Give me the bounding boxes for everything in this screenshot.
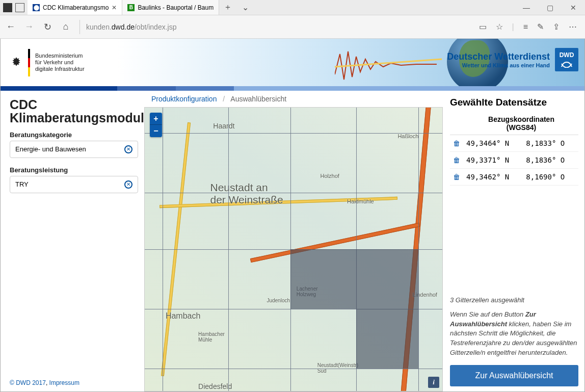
- url-prefix: kunden.: [86, 23, 112, 31]
- grid-cell-selected[interactable]: [356, 309, 419, 369]
- more-icon[interactable]: ⋯: [569, 22, 577, 32]
- favicon-cdc-icon: ⬤: [33, 4, 40, 11]
- trash-icon[interactable]: 🗑: [452, 173, 460, 181]
- reading-list-icon[interactable]: ≡: [523, 22, 528, 32]
- close-tab-icon[interactable]: ✕: [112, 4, 117, 11]
- map-label-hassloch: Haßloch: [397, 133, 418, 139]
- tab-title: CDC Klimaberatungsmo: [43, 4, 109, 11]
- footer-copyright-link[interactable]: © DWD 2017: [10, 379, 46, 386]
- app-icon-1: [3, 3, 12, 12]
- svg-line-0: [335, 59, 442, 67]
- map-label-hambacher: HambacherMühle: [198, 331, 225, 343]
- map-label-hambach: Hambach: [166, 311, 200, 321]
- page-content: Bundesministerium für Verkehr und digita…: [0, 39, 585, 392]
- datasets-heading: Gewählte Datensätze: [450, 97, 578, 108]
- zoom-in-button[interactable]: +: [150, 113, 162, 125]
- coord-lon: 8,1836° O: [524, 152, 578, 169]
- grid-cell-selected[interactable]: [356, 249, 419, 309]
- dwd-logo-icon: DWD: [555, 48, 578, 71]
- table-row: 🗑 49,3371° N 8,1836° O: [450, 152, 578, 169]
- browser-tab-cdc[interactable]: ⬤ CDC Klimaberatungsmo ✕: [28, 0, 122, 15]
- map[interactable]: Neustadt an der Weinstraße Haardt Holzho…: [144, 107, 443, 391]
- coord-lat: 49,3464° N: [464, 135, 524, 152]
- app-icon-2: [15, 3, 24, 12]
- new-tab-button[interactable]: ＋: [219, 0, 236, 15]
- nav-home-icon[interactable]: ⌂: [60, 21, 71, 33]
- select-beratungsleistung[interactable]: TRY ✕: [10, 176, 138, 193]
- window-minimize-icon[interactable]: —: [515, 0, 538, 15]
- clear-selection-icon[interactable]: ✕: [124, 180, 132, 189]
- browser-titlebar: ⬤ CDC Klimaberatungsmo ✕ B Baulinks - Ba…: [0, 0, 585, 15]
- favicon-bl-icon: B: [127, 4, 135, 11]
- tab-title: Baulinks - Bauportal / Baum: [138, 4, 214, 11]
- os-tray: [0, 0, 28, 15]
- footer: © DWD 2017, Impressum: [10, 379, 79, 386]
- browser-tab-baulinks[interactable]: B Baulinks - Bauportal / Baum: [122, 0, 219, 15]
- selection-status: 3 Gitterzellen ausgewählt: [450, 220, 578, 304]
- url-path: /obt/index.jsp: [135, 23, 177, 31]
- app-title: CDC Klimaberatungsmodul: [10, 98, 138, 125]
- map-info-button[interactable]: i: [428, 377, 439, 388]
- share-icon[interactable]: ⇪: [553, 22, 560, 32]
- footer-impressum-link[interactable]: Impressum: [49, 379, 79, 386]
- clear-selection-icon[interactable]: ✕: [124, 145, 132, 153]
- select-value: TRY: [15, 180, 29, 188]
- url-field[interactable]: kunden.dwd.de/obt/index.jsp: [79, 20, 471, 34]
- trash-icon[interactable]: 🗑: [452, 139, 460, 147]
- grid-cell-selected[interactable]: [290, 249, 356, 309]
- datasets-panel: Gewählte Datensätze Bezugskoordinaten (W…: [443, 91, 584, 391]
- breadcrumb-auswahluebersicht: Auswahlübersicht: [230, 95, 286, 103]
- map-label-haardt: Haardt: [213, 122, 234, 130]
- table-row: 🗑 49,3464° N 8,1833° O: [450, 135, 578, 152]
- coord-lat: 49,3371° N: [464, 152, 524, 169]
- field-label-leistung: Beratungsleistung: [10, 166, 138, 174]
- accent-bar: [1, 86, 584, 91]
- ministry-name: Bundesministerium für Verkehr und digita…: [35, 53, 85, 73]
- breadcrumb: Produktkonfiguration / Auswahlübersicht: [143, 91, 443, 107]
- coord-lat: 49,3462° N: [464, 169, 524, 186]
- select-beratungskategorie[interactable]: Energie- und Bauwesen ✕: [10, 141, 138, 158]
- coord-lon: 8,1833° O: [524, 135, 578, 152]
- sidebar: CDC Klimaberatungsmodul Beratungskategor…: [1, 91, 143, 391]
- map-label-haidmuhle: Haidmühle: [347, 198, 374, 204]
- coord-lon: 8,1690° O: [524, 169, 578, 186]
- annotate-icon[interactable]: ✎: [537, 22, 544, 32]
- germany-flag-icon: [28, 49, 30, 76]
- nav-forward-icon[interactable]: →: [23, 21, 35, 33]
- window-close-icon[interactable]: ✕: [562, 0, 585, 15]
- reading-view-icon[interactable]: ▭: [479, 22, 487, 32]
- zoom-out-button[interactable]: −: [150, 125, 162, 137]
- map-label-diedesfeld: Diedesfeld: [198, 382, 232, 390]
- main-column: Produktkonfiguration / Auswahlübersicht …: [143, 91, 443, 391]
- tab-overflow-icon[interactable]: ⌄: [236, 0, 254, 15]
- climate-graph-icon: [335, 44, 447, 85]
- eagle-icon: [10, 56, 23, 69]
- select-value: Energie- und Bauwesen: [15, 145, 86, 153]
- table-row: 🗑 49,3462° N 8,1690° O: [450, 169, 578, 186]
- trash-icon[interactable]: 🗑: [452, 156, 460, 164]
- site-banner: Bundesministerium für Verkehr und digita…: [1, 39, 584, 86]
- url-domain: dwd.de: [112, 23, 135, 31]
- zur-auswahluebersicht-button[interactable]: Zur Auswahlübersicht: [450, 365, 578, 386]
- field-label-kategorie: Beratungskategorie: [10, 131, 138, 139]
- nav-reload-icon[interactable]: ↻: [42, 21, 53, 33]
- breadcrumb-separator-icon: /: [223, 95, 225, 103]
- hint-text: Wenn Sie auf den Button Zur Auswahlübers…: [450, 310, 578, 358]
- favorite-icon[interactable]: ☆: [496, 22, 503, 32]
- dwd-brand-text: Deutscher Wetterdienst Wetter und Klima …: [447, 51, 550, 68]
- browser-addressbar: ← → ↻ ⌂ kunden.dwd.de/obt/index.jsp ▭ ☆ …: [0, 15, 585, 39]
- map-zoom-control: + −: [150, 113, 162, 137]
- nav-back-icon[interactable]: ←: [5, 21, 16, 33]
- breadcrumb-produktkonfiguration[interactable]: Produktkonfiguration: [151, 95, 217, 103]
- coordinates-table: Bezugskoordinaten (WGS84) 🗑 49,3464° N 8…: [450, 112, 578, 186]
- map-label-judenloch: Judenloch: [267, 298, 290, 303]
- table-header: Bezugskoordinaten (WGS84): [464, 112, 578, 135]
- map-label-neustadt: Neustadt an der Weinstraße: [210, 181, 283, 206]
- map-label-holzhof: Holzhof: [321, 173, 339, 179]
- window-maximize-icon[interactable]: ▢: [538, 0, 562, 15]
